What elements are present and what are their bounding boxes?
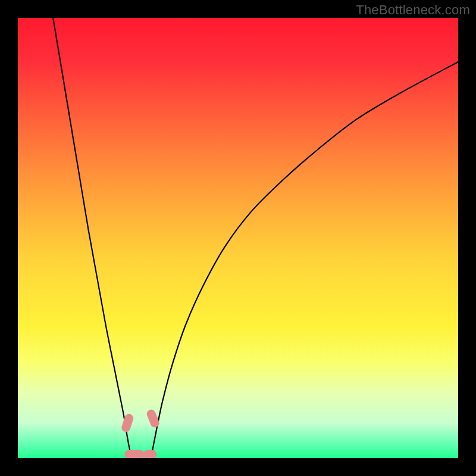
watermark-text: TheBottleneck.com	[356, 2, 470, 18]
chart-svg	[18, 18, 458, 458]
marker-m3	[124, 450, 144, 458]
bottleneck-chart	[18, 18, 458, 458]
chart-background	[18, 18, 458, 458]
marker-m4	[143, 450, 156, 458]
